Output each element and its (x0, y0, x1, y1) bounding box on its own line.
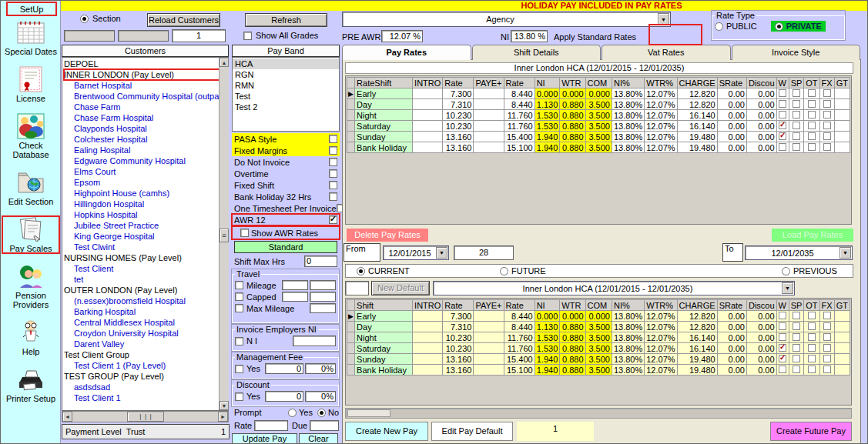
gt-cell[interactable] (834, 99, 850, 110)
sp-cell[interactable] (789, 343, 804, 354)
option-overtime[interactable]: Overtime (232, 168, 340, 179)
fx-cell[interactable] (819, 99, 834, 110)
wtr_pct-cell[interactable]: 12.07% (645, 88, 677, 99)
sidebar-item-license[interactable]: License (2, 66, 59, 103)
rate-cell[interactable]: 10.230 (443, 110, 474, 121)
wtr-cell[interactable]: 0.000 (560, 311, 585, 322)
shift-cell[interactable]: Early (355, 311, 413, 322)
rate2-cell[interactable]: 8.440 (504, 99, 535, 110)
ni-cell[interactable]: 0.000 (535, 88, 560, 99)
customer-item[interactable]: Barking Hospital (64, 306, 228, 317)
ni-cell[interactable]: 1.130 (535, 99, 560, 110)
fx-checkbox[interactable] (823, 143, 831, 151)
discou-cell[interactable]: 0.00 (746, 88, 776, 99)
srate-cell[interactable]: 0.00 (717, 343, 746, 354)
rate2-cell[interactable]: 11.760 (504, 343, 535, 354)
ni-cell[interactable]: 1.940 (535, 365, 560, 376)
option-fixed-shift[interactable]: Fixed Shift (232, 179, 340, 191)
management-fee-checkbox[interactable] (235, 365, 243, 373)
ot-cell[interactable] (804, 132, 819, 142)
sidebar-item-pay-scales[interactable]: Pay Scales (2, 216, 59, 253)
paye-cell[interactable] (474, 365, 504, 376)
gt-cell[interactable] (834, 354, 850, 365)
com-cell[interactable]: 3.500 (585, 322, 612, 332)
sp-checkbox[interactable] (793, 89, 800, 97)
gt-cell[interactable] (834, 365, 850, 376)
w-checkbox[interactable] (779, 312, 786, 319)
sidebar-item-special-dates[interactable]: Special Dates (2, 19, 59, 56)
option-pasa-style[interactable]: PASA Style (232, 133, 340, 145)
charge-cell[interactable]: 12.820 (677, 322, 717, 332)
w-cell[interactable] (776, 110, 789, 121)
section-field-2[interactable] (118, 30, 169, 42)
srate-cell[interactable]: 0.00 (717, 322, 746, 332)
fx-checkbox[interactable] (823, 132, 831, 140)
chevron-down-icon[interactable]: ▼ (840, 247, 851, 259)
option-checkbox[interactable] (329, 146, 337, 155)
discou-cell[interactable]: 0.00 (746, 354, 776, 365)
row-selector[interactable] (347, 142, 355, 153)
fx-checkbox[interactable] (823, 322, 831, 330)
sidebar-item-edit-section[interactable]: Edit Section (2, 169, 59, 206)
wtr-cell[interactable]: 0.880 (560, 343, 585, 354)
radio-icon[interactable] (500, 267, 508, 275)
srate-cell[interactable]: 0.00 (717, 354, 746, 365)
customer-item[interactable]: DEPOEL (64, 58, 228, 69)
rate-cell[interactable]: 13.160 (443, 354, 474, 365)
paye-cell[interactable] (474, 110, 504, 121)
srate-cell[interactable]: 0.00 (717, 88, 746, 99)
wtr_pct-cell[interactable]: 12.07% (645, 121, 677, 132)
fx-checkbox[interactable] (823, 333, 831, 341)
customer-item[interactable]: Croydon University Hospital (64, 328, 228, 339)
w-checkbox[interactable] (779, 89, 786, 97)
w-cell[interactable] (776, 132, 789, 142)
wtr-cell[interactable]: 0.880 (560, 99, 585, 110)
customer-item[interactable]: Test Client (64, 263, 228, 274)
rate2-cell[interactable]: 8.440 (504, 322, 535, 332)
update-pay-details-button[interactable]: Update Pay Details (232, 433, 297, 444)
w-checkbox[interactable] (779, 143, 786, 151)
sp-checkbox[interactable] (793, 132, 800, 140)
shift-cell[interactable]: Night (355, 332, 413, 343)
ot-checkbox[interactable] (808, 366, 816, 373)
sp-cell[interactable] (789, 322, 804, 332)
rate-cell[interactable]: 7.300 (443, 311, 474, 322)
sp-cell[interactable] (789, 142, 804, 153)
charge-cell[interactable]: 12.820 (677, 311, 717, 322)
option-checkbox[interactable] (329, 135, 337, 143)
wtr_pct-cell[interactable]: 12.07% (645, 343, 677, 354)
srate-cell[interactable]: 0.00 (717, 365, 746, 376)
sidebar-item-help[interactable]: Help (2, 319, 59, 356)
option-checkbox[interactable] (329, 215, 337, 224)
tab-shift-details[interactable]: Shift Details (472, 45, 602, 60)
customer-item[interactable]: (n.essex)broomsfield Hospital (64, 295, 228, 306)
w-cell[interactable] (776, 142, 789, 153)
w-cell[interactable] (776, 365, 789, 376)
w-checkbox[interactable] (779, 111, 786, 119)
mileage-field-1[interactable] (282, 280, 308, 290)
gt-cell[interactable] (834, 142, 850, 153)
fx-cell[interactable] (819, 322, 834, 332)
ot-checkbox[interactable] (808, 322, 816, 330)
paye-cell[interactable] (474, 132, 504, 142)
sidebar-item-check-database[interactable]: Check Database (2, 113, 59, 159)
mileage-checkbox[interactable] (235, 281, 243, 289)
section-number-field[interactable]: 1 (172, 29, 226, 42)
fx-checkbox[interactable] (823, 355, 831, 362)
rate-cell[interactable]: 10.230 (443, 332, 474, 343)
intro-cell[interactable] (413, 99, 443, 110)
rate-cell[interactable]: 13.160 (443, 365, 474, 376)
customer-item[interactable]: Highpoint House (camhs) (64, 188, 228, 199)
ot-checkbox[interactable] (808, 333, 816, 341)
w-cell[interactable] (776, 343, 789, 354)
wtr_pct-cell[interactable]: 12.07% (645, 365, 677, 376)
w-cell[interactable] (776, 354, 789, 365)
option-awr-12[interactable]: AWR 12 (232, 214, 340, 225)
paye-cell[interactable] (474, 343, 504, 354)
customer-item[interactable]: King George Hospital (64, 231, 228, 242)
discou-cell[interactable]: 0.00 (746, 332, 776, 343)
discou-cell[interactable]: 0.00 (746, 343, 776, 354)
paye-cell[interactable] (474, 354, 504, 365)
customer-item[interactable]: TEST GROUP (Pay Level) (64, 371, 228, 382)
customers-horizontal-scrollbar[interactable]: ◄ ❘❘❘ ► (62, 411, 229, 422)
